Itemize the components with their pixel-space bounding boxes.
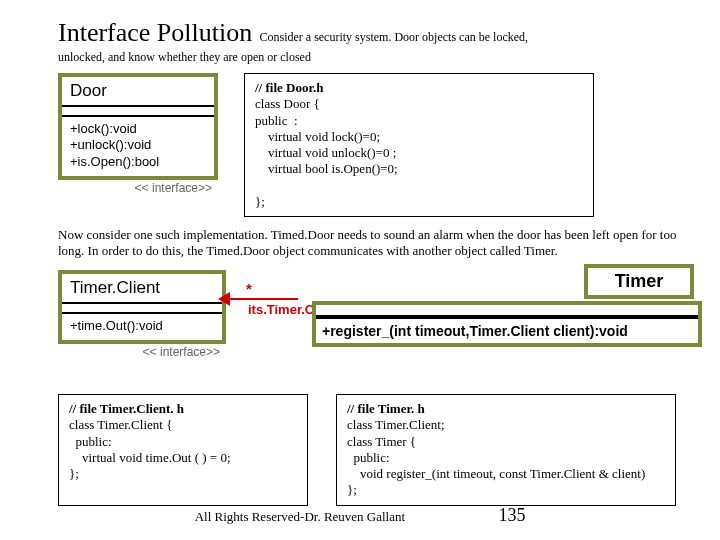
code-timer-header: // file Timer. h — [347, 401, 425, 416]
uml-door-name: Door — [62, 77, 214, 107]
uml-door-stereotype: << interface>> — [58, 181, 218, 195]
page-number: 135 — [498, 505, 525, 526]
page-title: Interface Pollution — [58, 18, 252, 47]
uml-timer: Timer +register_(int timeout,Timer.Clien… — [312, 264, 702, 347]
subtitle-inline: Consider a security system. Door objects… — [259, 30, 528, 44]
uml-door-ops: +lock():void +unlock():void +is.Open():b… — [62, 117, 214, 176]
row-door: Door +lock():void +unlock():void +is.Ope… — [58, 73, 682, 217]
row-timer-uml: Timer.Client +time.Out():void << interfa… — [58, 264, 682, 376]
uml-timer-client: Timer.Client +time.Out():void << interfa… — [58, 270, 226, 359]
code-timer-client: // file Timer.Client. h class Timer.Clie… — [58, 394, 308, 506]
code-door-header: // file Door.h — [255, 80, 324, 95]
code-tc-header: // file Timer.Client. h — [69, 401, 184, 416]
uml-tc-attrs — [62, 304, 222, 314]
code-door-body: class Door { public : virtual void lock(… — [255, 96, 398, 209]
uml-tc-ops: +time.Out():void — [62, 314, 222, 340]
code-tc-body: class Timer.Client { public: virtual voi… — [69, 417, 231, 481]
code-door: // file Door.h class Door { public : vir… — [244, 73, 594, 217]
association-multiplicity: * — [246, 280, 252, 297]
uml-tc-stereotype: << interface>> — [58, 345, 226, 359]
subtitle-line2: unlocked, and know whether they are open… — [58, 50, 682, 65]
code-timer: // file Timer. h class Timer.Client; cla… — [336, 394, 676, 506]
association-line — [226, 298, 298, 300]
footer-text: All Rights Reserved-Dr. Reuven Gallant — [195, 509, 406, 524]
footer: All Rights Reserved-Dr. Reuven Gallant 1… — [0, 505, 720, 526]
uml-door-attrs — [62, 107, 214, 117]
uml-tc-name: Timer.Client — [62, 274, 222, 304]
heading-block: Interface Pollution Consider a security … — [58, 18, 682, 65]
row-code-bottom: // file Timer.Client. h class Timer.Clie… — [58, 394, 682, 506]
paragraph-timed-door: Now consider one such implementation. Ti… — [58, 227, 682, 258]
association-arrow-icon — [218, 292, 230, 306]
uml-door: Door +lock():void +unlock():void +is.Ope… — [58, 73, 218, 217]
uml-timer-name: Timer — [584, 264, 694, 299]
slide-body: Interface Pollution Consider a security … — [0, 0, 720, 506]
uml-timer-ops: +register_(int timeout,Timer.Client clie… — [316, 317, 698, 343]
code-timer-body: class Timer.Client; class Timer { public… — [347, 417, 645, 497]
uml-timer-attrs — [316, 305, 698, 317]
